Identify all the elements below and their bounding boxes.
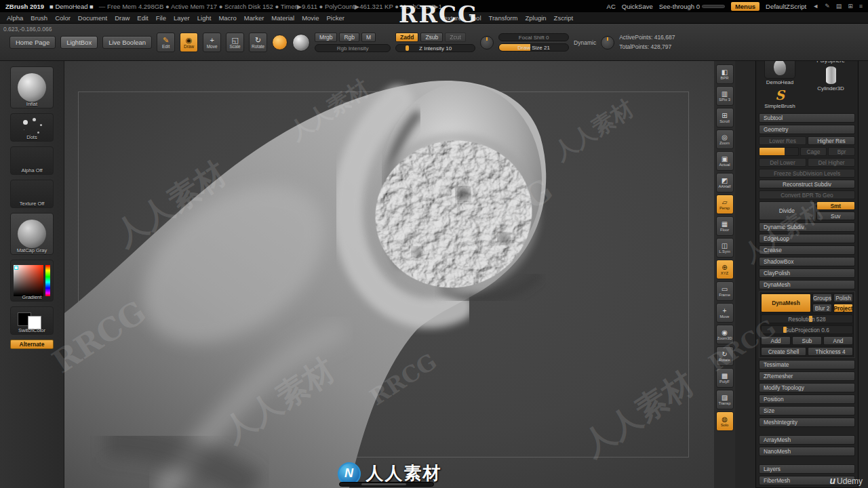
cage-button[interactable]: Cage [800, 147, 827, 156]
material-sphere-icon[interactable] [292, 34, 310, 52]
current-brush-thumb[interactable]: Inflat [10, 66, 54, 108]
thickness-slider[interactable]: Thickness 4 [808, 347, 853, 356]
rs-bpr-button[interactable]: ◧BPR [716, 64, 734, 84]
position-section[interactable]: Position [759, 394, 855, 404]
tool-thumb-simplebrush[interactable]: S [770, 87, 790, 103]
menu-document[interactable]: Document [78, 14, 107, 22]
rs-solo-button[interactable]: ◍Solo [716, 411, 734, 431]
menu-texture[interactable]: Texture [441, 14, 462, 22]
menu-marker[interactable]: Marker [244, 14, 264, 22]
menu-layer[interactable]: Layer [174, 14, 190, 22]
rs-actual-button[interactable]: ▣Actual [716, 151, 734, 171]
quicksave-button[interactable]: QuickSave [622, 3, 653, 10]
ac-button[interactable]: AC [607, 3, 616, 10]
layers-section[interactable]: Layers [759, 464, 855, 474]
draw-size-slider[interactable]: Draw Size 21 [498, 43, 569, 52]
move-button[interactable]: + Move [203, 33, 221, 52]
gradient-picker-icon[interactable] [14, 265, 50, 296]
resolution-slider[interactable]: Resolution 528 [761, 314, 853, 323]
focal-shift-slider[interactable]: Focal Shift 0 [498, 33, 569, 41]
rs-persp-button[interactable]: ▱Persp [716, 195, 734, 214]
zremesher-section[interactable]: ZRemesher [759, 371, 855, 381]
color-picker-thumb[interactable]: Gradient [10, 260, 54, 302]
divide-button[interactable]: Divide [759, 201, 815, 220]
menu-zplugin[interactable]: Zplugin [525, 14, 546, 22]
menu-lines-icon[interactable]: ≡ [859, 3, 863, 9]
rs-polyf-button[interactable]: ▩PolyF [716, 368, 734, 388]
lightbox-button[interactable]: LightBox [60, 36, 98, 49]
m-button[interactable]: M [361, 33, 376, 42]
rs-rotate-button[interactable]: ↻Rotate [716, 346, 734, 366]
horizontal-scrollbar[interactable] [339, 482, 434, 487]
sdiv-slider[interactable] [759, 147, 799, 156]
meshintegrity-section[interactable]: MeshIntegrity [759, 418, 855, 427]
rs-aahalf-button[interactable]: ◩AAHalf [716, 173, 734, 192]
demohead-model[interactable] [64, 61, 715, 488]
tablet-icon[interactable]: ▤ [836, 3, 842, 9]
texture-thumb[interactable]: Texture Off [10, 180, 54, 208]
geometry-section[interactable]: Geometry [759, 125, 855, 134]
nanomesh-section[interactable]: NanoMesh [759, 447, 855, 456]
rs-move-button[interactable]: +Move [716, 303, 734, 323]
mrgb-button[interactable]: Mrgb [315, 33, 337, 42]
alternate-button[interactable]: Alternate [10, 340, 54, 349]
reconstruct-subdiv-button[interactable]: Reconstruct Subdiv [759, 180, 855, 188]
scale-button[interactable]: ◱ Scale [226, 33, 244, 52]
menu-color[interactable]: Color [55, 14, 71, 22]
edgeloop-section[interactable]: EdgeLoop [759, 234, 855, 243]
menus-button[interactable]: Menus [731, 2, 760, 11]
rgb-button[interactable]: Rgb [339, 33, 359, 42]
menu-light[interactable]: Light [197, 14, 212, 22]
material-thumb[interactable]: MatCap Gray [10, 213, 54, 255]
live-boolean-button[interactable]: Live Boolean [102, 36, 152, 49]
scrollbar-handle[interactable] [361, 483, 406, 485]
dynamesh-section[interactable]: DynaMesh [759, 280, 855, 289]
dynamesh-button[interactable]: DynaMesh [761, 293, 811, 312]
del-higher-button[interactable]: Del Higher [808, 158, 855, 167]
sub-mode-button[interactable]: Sub [792, 336, 822, 345]
bpr-button[interactable]: Bpr [828, 147, 855, 156]
crease-section[interactable]: Crease [759, 245, 855, 255]
zsub-button[interactable]: Zsub [420, 33, 443, 42]
subprojection-slider[interactable]: SubProjection 0.6 [761, 325, 853, 334]
menu-draw[interactable]: Draw [115, 14, 130, 22]
menu-material[interactable]: Material [271, 14, 294, 22]
rs-lsym-button[interactable]: ◫L.Sym [716, 238, 734, 258]
menu-macro[interactable]: Macro [218, 14, 236, 22]
dynamic-toggle[interactable]: Dynamic [574, 39, 596, 46]
polish-toggle[interactable]: Polish [833, 293, 853, 302]
rs-spix-button[interactable]: ▥SPix 3 [716, 86, 734, 106]
shadowbox-section[interactable]: ShadowBox [759, 257, 855, 266]
grid-icon[interactable]: ⊞ [848, 3, 853, 9]
switch-color-thumb[interactable]: SwitchColor [10, 306, 54, 335]
menu-zscript[interactable]: Zscript [554, 14, 574, 22]
and-mode-button[interactable]: And [823, 336, 853, 345]
rs-zoom-button[interactable]: ◎Zoom [716, 129, 734, 149]
rs-frame-button[interactable]: ▭Frame [716, 281, 734, 301]
hue-strip-icon[interactable] [45, 265, 50, 296]
claypolish-section[interactable]: ClayPolish [759, 268, 855, 278]
menu-brush[interactable]: Brush [31, 14, 47, 22]
menu-edit[interactable]: Edit [137, 14, 148, 22]
sculpt-canvas[interactable]: N 人人素材 [64, 61, 715, 488]
zadd-button[interactable]: Zadd [395, 33, 418, 42]
menu-transform[interactable]: Transform [489, 14, 518, 22]
pen-pressure-icon[interactable]: ✎ [825, 3, 830, 9]
blur-slider[interactable]: Blur 2 [812, 304, 832, 312]
draw-size-knob[interactable] [601, 36, 614, 49]
see-through-track[interactable] [702, 5, 725, 8]
tool-thumb-cylinder3d[interactable] [817, 66, 844, 85]
rs-floor-button[interactable]: ▦Floor [716, 216, 734, 236]
volume-icon[interactable]: ◄ [812, 3, 818, 9]
suv-toggle[interactable]: Suv [816, 211, 856, 220]
menu-movie[interactable]: Movie [302, 14, 319, 22]
edit-button[interactable]: ✎ Edit [157, 33, 175, 52]
home-page-button[interactable]: Home Page [9, 36, 56, 49]
rs-xyz-button[interactable]: ⊕XYZ [716, 260, 734, 279]
stroke-type-thumb[interactable]: Dots [10, 113, 54, 142]
higher-res-button[interactable]: Higher Res [808, 136, 855, 145]
menu-alpha[interactable]: Alpha [7, 14, 23, 22]
lower-res-button[interactable]: Lower Res [759, 136, 806, 145]
stroke-preview-icon[interactable] [272, 35, 288, 50]
rs-zoom3d-button[interactable]: ◉Zoom3D [716, 325, 734, 344]
